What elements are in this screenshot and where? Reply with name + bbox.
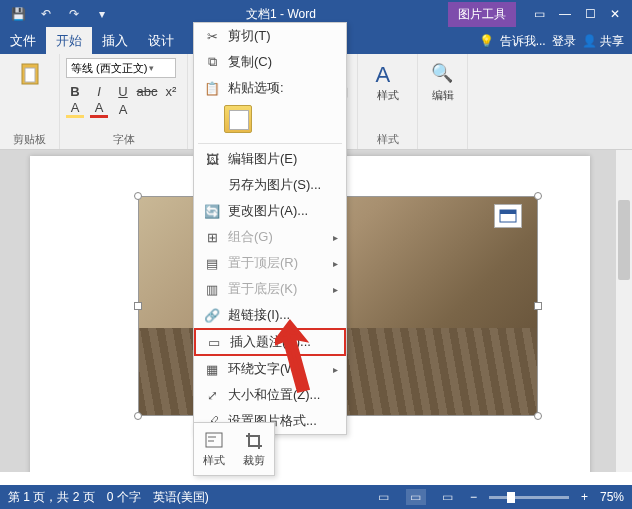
font-name-combo[interactable]: 等线 (西文正文)	[66, 58, 176, 78]
status-words[interactable]: 0 个字	[107, 489, 141, 506]
share-button[interactable]: 👤 共享	[582, 33, 624, 50]
qat-custom-icon[interactable]: ▾	[94, 6, 110, 22]
tab-insert[interactable]: 插入	[92, 27, 138, 55]
ctx-cut[interactable]: ✂剪切(T)	[194, 23, 346, 49]
minimize-icon[interactable]: —	[559, 7, 571, 21]
ctx-paste-label: 📋粘贴选项:	[194, 75, 346, 101]
doc-title: 文档1 - Word	[120, 6, 442, 23]
group-icon: ⊞	[202, 230, 222, 245]
char-border-button[interactable]: A	[114, 100, 132, 118]
mini-crop-button[interactable]: 裁剪	[234, 423, 274, 475]
tellme-icon: 💡	[479, 34, 494, 48]
font-color-button[interactable]: A	[90, 100, 108, 118]
ctx-copy[interactable]: ⧉复制(C)	[194, 49, 346, 75]
mini-toolbar: 样式 裁剪	[193, 422, 275, 476]
close-icon[interactable]: ✕	[610, 7, 620, 21]
status-bar: 第 1 页，共 2 页 0 个字 英语(美国) ▭ ▭ ▭ − + 75%	[0, 485, 632, 509]
ctx-group: ⊞组合(G)▸	[194, 224, 346, 250]
styles-button[interactable]: A 样式	[364, 58, 411, 107]
print-layout-icon[interactable]: ▭	[406, 489, 426, 505]
font-group-label: 字体	[60, 132, 187, 147]
mini-style-button[interactable]: 样式	[194, 423, 234, 475]
tellme-input[interactable]: 告诉我...	[500, 33, 546, 50]
redo-icon[interactable]: ↷	[66, 6, 82, 22]
context-menu: ✂剪切(T) ⧉复制(C) 📋粘贴选项: 🖼编辑图片(E) 另存为图片(S)..…	[193, 22, 347, 435]
tab-design[interactable]: 设计	[138, 27, 184, 55]
sub-super-button[interactable]: x²	[162, 82, 180, 100]
ctx-wrap-text[interactable]: ▦环绕文字(W)▸	[194, 356, 346, 382]
tab-home[interactable]: 开始	[46, 27, 92, 55]
caption-icon: ▭	[204, 335, 224, 350]
tab-file[interactable]: 文件	[0, 27, 46, 55]
zoom-out-button[interactable]: −	[470, 490, 477, 504]
clipboard-icon: 📋	[202, 81, 222, 96]
ctx-insert-caption[interactable]: ▭插入题注(N)...	[194, 328, 346, 356]
ctx-hyperlink[interactable]: 🔗超链接(I)...	[194, 302, 346, 328]
ctx-size-position[interactable]: ⤢大小和位置(Z)...	[194, 382, 346, 408]
underline-button[interactable]: U	[114, 82, 132, 100]
editing-button[interactable]: 🔍 编辑	[424, 58, 461, 107]
strike-button[interactable]: abc	[138, 82, 156, 100]
clipboard-group-label: 剪贴板	[0, 132, 59, 147]
layout-options-button[interactable]	[494, 204, 522, 228]
wrap-icon: ▦	[202, 362, 222, 377]
zoom-slider[interactable]	[489, 496, 569, 499]
save-icon[interactable]: 💾	[10, 6, 26, 22]
svg-rect-3	[500, 210, 516, 214]
bring-front-icon: ▤	[202, 256, 222, 271]
svg-rect-4	[206, 433, 222, 447]
change-pic-icon: 🔄	[202, 204, 222, 219]
read-mode-icon[interactable]: ▭	[374, 489, 394, 505]
vertical-scrollbar[interactable]	[616, 150, 632, 472]
zoom-level[interactable]: 75%	[600, 490, 624, 504]
link-icon: 🔗	[202, 308, 222, 323]
picture-tools-tab-title: 图片工具	[448, 2, 516, 27]
bold-button[interactable]: B	[66, 82, 84, 100]
scissors-icon: ✂	[202, 29, 222, 44]
ctx-save-as-picture[interactable]: 另存为图片(S)...	[194, 172, 346, 198]
status-page[interactable]: 第 1 页，共 2 页	[8, 489, 95, 506]
edit-pic-icon: 🖼	[202, 152, 222, 167]
paste-button[interactable]	[6, 58, 53, 90]
ctx-bring-front: ▤置于顶层(R)▸	[194, 250, 346, 276]
login-button[interactable]: 登录	[552, 33, 576, 50]
italic-button[interactable]: I	[90, 82, 108, 100]
web-layout-icon[interactable]: ▭	[438, 489, 458, 505]
send-back-icon: ▥	[202, 282, 222, 297]
ctx-change-picture[interactable]: 🔄更改图片(A)...	[194, 198, 346, 224]
undo-icon[interactable]: ↶	[38, 6, 54, 22]
svg-rect-1	[25, 68, 35, 82]
ctx-send-back: ▥置于底层(K)▸	[194, 276, 346, 302]
styles-group-label: 样式	[358, 132, 417, 147]
ribbon-options-icon[interactable]: ▭	[534, 7, 545, 21]
status-language[interactable]: 英语(美国)	[153, 489, 209, 506]
size-icon: ⤢	[202, 388, 222, 403]
copy-icon: ⧉	[202, 54, 222, 70]
ctx-edit-picture[interactable]: 🖼编辑图片(E)	[194, 146, 346, 172]
highlight-button[interactable]: A	[66, 100, 84, 118]
zoom-in-button[interactable]: +	[581, 490, 588, 504]
paste-option-picture[interactable]	[224, 105, 252, 133]
maximize-icon[interactable]: ☐	[585, 7, 596, 21]
